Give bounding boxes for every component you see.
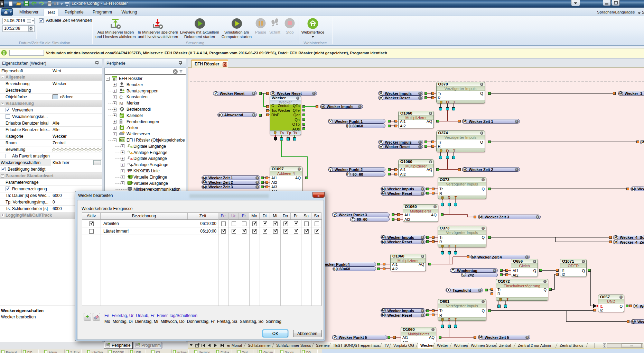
svg-text:MS: MS xyxy=(120,138,125,142)
